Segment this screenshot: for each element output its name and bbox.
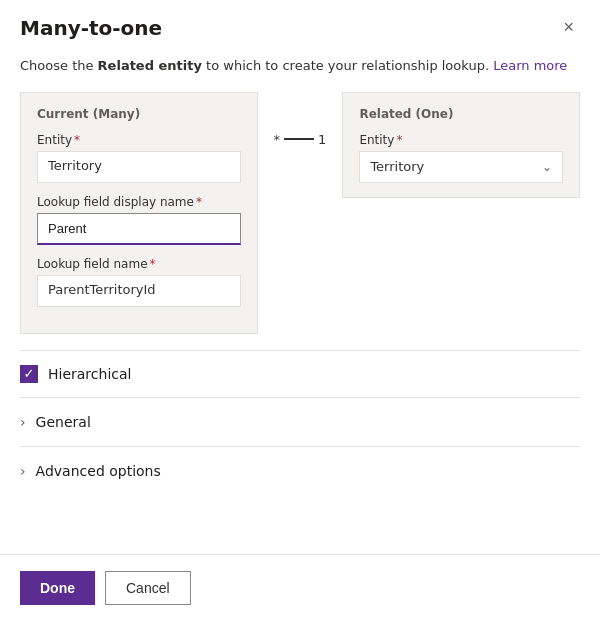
columns-container: Current (Many) Entity* Territory Lookup … (20, 92, 580, 334)
advanced-options-title: Advanced options (36, 463, 161, 479)
lookup-display-label: Lookup field display name* (37, 195, 241, 209)
dialog-title: Many-to-one (20, 16, 162, 40)
chevron-right-icon-2: › (20, 463, 26, 479)
dialog-body: Choose the Related entity to which to cr… (0, 48, 600, 554)
learn-more-link[interactable]: Learn more (493, 58, 567, 73)
done-button[interactable]: Done (20, 571, 95, 605)
connector-line (284, 138, 314, 140)
bold-related-entity: Related entity (98, 58, 202, 73)
current-entity-value: Territory (37, 151, 241, 183)
related-column-title: Related (One) (359, 107, 563, 121)
chevron-down-icon: ⌄ (542, 160, 552, 174)
connector-area: * 1 (258, 92, 343, 147)
many-to-one-dialog: Many-to-one × Choose the Related entity … (0, 0, 600, 621)
hierarchical-label: Hierarchical (48, 366, 131, 382)
general-section: › General (20, 397, 580, 446)
general-section-header[interactable]: › General (20, 398, 580, 446)
related-entity-value: Territory (370, 159, 424, 174)
chevron-right-icon: › (20, 414, 26, 430)
advanced-options-section: › Advanced options (20, 446, 580, 495)
lookup-display-input[interactable] (37, 213, 241, 245)
dialog-header: Many-to-one × (0, 0, 600, 48)
lookup-name-label: Lookup field name* (37, 257, 241, 271)
close-button[interactable]: × (557, 16, 580, 38)
description-text: Choose the Related entity to which to cr… (20, 56, 580, 76)
related-entity-label: Entity* (359, 133, 563, 147)
hierarchical-checkbox[interactable]: ✓ (20, 365, 38, 383)
current-column-title: Current (Many) (37, 107, 241, 121)
related-entity-select[interactable]: Territory ⌄ (359, 151, 563, 183)
connector-asterisk: * (274, 132, 281, 147)
hierarchical-section: ✓ Hierarchical (20, 351, 580, 397)
cancel-button[interactable]: Cancel (105, 571, 191, 605)
lookup-name-value: ParentTerritoryId (37, 275, 241, 307)
dialog-footer: Done Cancel (0, 554, 600, 621)
current-column: Current (Many) Entity* Territory Lookup … (20, 92, 258, 334)
connector-one: 1 (318, 132, 326, 147)
general-section-title: General (36, 414, 91, 430)
checkmark-icon: ✓ (24, 367, 35, 380)
advanced-options-header[interactable]: › Advanced options (20, 447, 580, 495)
related-column: Related (One) Entity* Territory ⌄ (342, 92, 580, 198)
current-entity-label: Entity* (37, 133, 241, 147)
